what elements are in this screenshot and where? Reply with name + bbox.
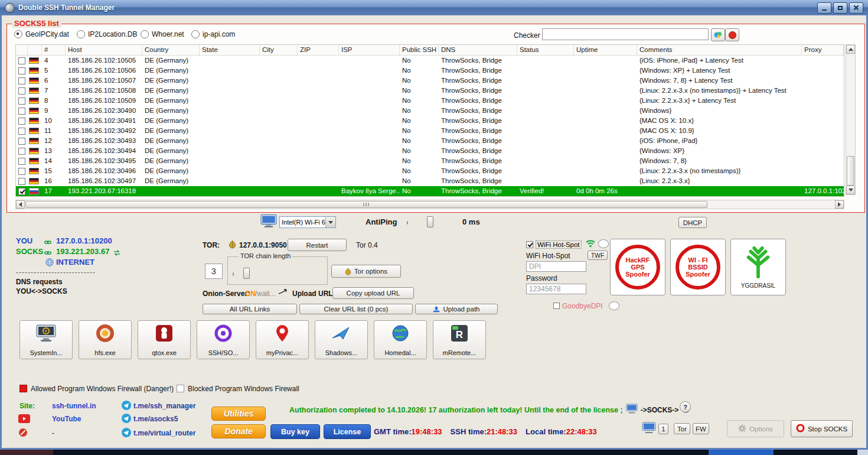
row-checkbox[interactable] <box>18 178 25 185</box>
tor-toggle-button[interactable]: Tor <box>674 423 690 434</box>
table-row[interactable]: 17193.221.203.67:16318Baykov Ilya Serge.… <box>16 186 844 196</box>
header-uptime[interactable]: Uptime <box>574 45 637 55</box>
scroll-down-button[interactable] <box>846 186 855 194</box>
table-horizontal-scrollbar[interactable] <box>15 200 844 209</box>
header-dns[interactable]: DNS <box>439 45 517 55</box>
all-url-links-button[interactable]: All URL Links <box>203 304 297 314</box>
hotspot-ssid-input[interactable] <box>526 261 586 272</box>
goodbyedpi-led[interactable] <box>609 301 619 310</box>
row-checkbox[interactable] <box>18 118 25 125</box>
table-row[interactable]: 15185.186.26.102:30496DE (Germany)NoThro… <box>16 166 844 176</box>
table-row[interactable]: 12185.186.26.102:30493DE (Germany)NoThro… <box>16 136 844 146</box>
row-checkbox[interactable] <box>18 158 25 165</box>
yggdrasil-button[interactable]: YGGDRASIL <box>730 239 786 295</box>
clear-url-list-button[interactable]: Clear URL list (0 pcs) <box>299 304 413 314</box>
options-button[interactable]: Options <box>727 420 784 437</box>
row-checkbox[interactable] <box>18 98 25 105</box>
telegram-link-ssh-manager[interactable]: t.me/ssh_manager <box>133 402 195 410</box>
row-checkbox[interactable] <box>18 57 25 64</box>
table-row[interactable]: 7185.186.26.102:10508DE (Germany)NoThrow… <box>16 86 844 96</box>
header-host[interactable]: Host <box>66 45 142 55</box>
app-button-homedale[interactable]: Homedal... <box>374 320 427 359</box>
header-isp[interactable]: ISP <box>339 45 400 55</box>
row-checkbox[interactable] <box>18 108 25 115</box>
row-checkbox[interactable] <box>18 168 25 175</box>
header-proxy[interactable]: Proxy <box>802 45 844 55</box>
table-row[interactable]: 9185.186.26.102:30490DE (Germany)NoThrow… <box>16 106 844 116</box>
app-button-systeminfo[interactable]: SystemIn... <box>19 320 73 359</box>
table-row[interactable]: 11185.186.26.102:30492DE (Germany)NoThro… <box>16 126 844 136</box>
buy-key-button[interactable]: Buy key <box>270 424 320 439</box>
row-checkbox[interactable] <box>18 67 25 74</box>
slider-thumb[interactable] <box>427 216 433 228</box>
checker-run-button[interactable] <box>711 28 725 41</box>
dhcp-button[interactable]: DHCP <box>678 217 707 228</box>
row-checkbox[interactable] <box>18 188 25 195</box>
table-row[interactable]: 5185.186.26.102:10506DE (Germany)NoThrow… <box>16 66 844 76</box>
header-status[interactable]: Status <box>517 45 574 55</box>
password-input[interactable] <box>526 284 586 294</box>
goodbyedpi-checkbox[interactable]: GoodbyeDPI <box>553 301 619 310</box>
telegram-link-asocks5[interactable]: t.me/asocks5 <box>133 415 178 423</box>
table-row[interactable]: 8185.186.26.102:10509DE (Germany)NoThrow… <box>16 96 844 106</box>
tor-options-button[interactable]: Tor options <box>331 265 401 278</box>
checker-input[interactable] <box>542 28 709 40</box>
app-button-mremoteng[interactable]: R mRemote... <box>433 320 486 359</box>
table-row[interactable]: 14185.186.26.102:30495DE (Germany)NoThro… <box>16 156 844 166</box>
geo-source-whoer[interactable]: Whoer.net <box>141 30 184 38</box>
row-checkbox[interactable] <box>18 148 25 155</box>
geo-source-ipapi[interactable]: ip-api.com <box>191 30 235 38</box>
geo-source-geoipcity[interactable]: GeoIPCity.dat <box>14 30 69 38</box>
copy-upload-url-button[interactable]: Copy upload URL <box>332 287 414 299</box>
maximize-button[interactable] <box>833 2 847 14</box>
slider-thumb[interactable] <box>243 268 250 279</box>
checker-stop-button[interactable] <box>725 28 739 41</box>
app-button-myprivacy[interactable]: myPrivac... <box>256 320 309 359</box>
tor-restart-button[interactable]: Restart <box>288 239 347 251</box>
help-button[interactable]: ? <box>680 401 691 412</box>
utilities-button[interactable]: Utilities <box>211 407 266 421</box>
license-button[interactable]: License <box>324 424 371 439</box>
row-checkbox[interactable] <box>18 138 25 145</box>
header-num[interactable]: # <box>42 45 66 55</box>
site-link[interactable]: ssh-tunnel.in <box>52 402 96 410</box>
geo-source-ip2location[interactable]: IP2Location.DB <box>77 30 137 38</box>
table-row[interactable]: 16185.186.26.102:30497DE (Germany)NoThro… <box>16 176 844 186</box>
vertical-scroll-thumb[interactable] <box>847 156 854 186</box>
scroll-left-button[interactable] <box>16 200 25 209</box>
table-row[interactable]: 6185.186.26.102:10507DE (Germany)NoThrow… <box>16 76 844 86</box>
wifi-toggle-led[interactable] <box>598 239 609 248</box>
header-city[interactable]: City <box>260 45 298 55</box>
table-vertical-scrollbar[interactable] <box>846 44 856 195</box>
chevron-down-icon[interactable] <box>325 217 335 228</box>
header-comments[interactable]: Comments <box>637 45 802 55</box>
header-zip[interactable]: ZIP <box>298 45 339 55</box>
app-button-hfs[interactable]: hfs.exe <box>79 320 132 359</box>
wifi-bssid-spoofer-button[interactable]: WI - FI BSSID Spoofer <box>670 239 726 295</box>
connection-count[interactable]: 1 <box>658 424 668 434</box>
youtube-link[interactable]: YouTube <box>52 415 81 423</box>
twf-button[interactable]: TWF <box>588 251 608 260</box>
app-button-qtox[interactable]: qtox.exe <box>138 320 191 359</box>
wifi-hotspot-checkbox[interactable]: WiFi Hot-Spot <box>526 240 582 249</box>
minimize-button[interactable] <box>817 2 831 14</box>
header-public-ssh[interactable]: Public SSH <box>400 45 439 55</box>
hackrf-gps-spoofer-button[interactable]: HackRF GPS Spoofer <box>610 239 665 295</box>
header-state[interactable]: State <box>200 45 260 55</box>
horizontal-scroll-thumb[interactable] <box>25 201 707 208</box>
upload-path-button[interactable]: Upload path <box>415 304 498 314</box>
scroll-up-button[interactable] <box>846 45 855 54</box>
adapter-select[interactable]: Intel(R) Wi-Fi 6 A <box>279 216 336 228</box>
table-row[interactable]: 13185.186.26.102:30494DE (Germany)NoThro… <box>16 146 844 156</box>
close-button[interactable] <box>849 2 863 14</box>
app-button-ssh-socks[interactable]: SSH/SO... <box>197 320 250 359</box>
chain-length-input[interactable] <box>205 264 223 279</box>
row-checkbox[interactable] <box>18 87 25 95</box>
donate-button[interactable]: Donate <box>211 424 266 438</box>
app-button-shadowsocks[interactable]: Shadows... <box>315 320 368 359</box>
row-checkbox[interactable] <box>18 128 25 135</box>
table-row[interactable]: 10185.186.26.102:30491DE (Germany)NoThro… <box>16 116 844 126</box>
stop-socks-button[interactable]: Stop SOCKS <box>791 420 853 437</box>
table-row[interactable]: 4185.186.26.102:10505DE (Germany)NoThrow… <box>16 56 844 66</box>
header-country[interactable]: Country <box>142 45 200 55</box>
